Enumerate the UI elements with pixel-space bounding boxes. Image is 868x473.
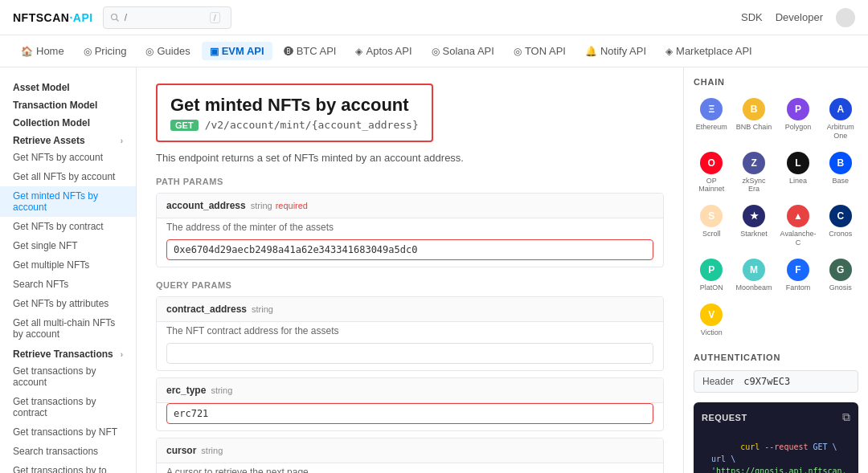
request-code: curl --request GET \ url \ 'https://gnos…: [702, 429, 850, 473]
sidebar-item-get-all-nfts-by-account[interactable]: Get all NFTs by account: [0, 167, 136, 186]
param-desc: The address of the minter of the assets: [157, 218, 663, 239]
sidebar-section-transaction-model: Transaction Model: [0, 95, 136, 112]
chain-symbol: S: [708, 210, 714, 222]
sidebar-item-get-multiple-nfts[interactable]: Get multiple NFTs: [0, 255, 136, 275]
endpoint-title-box: Get minted NFTs by account GET /v2/accou…: [156, 84, 433, 142]
sidebar-item-get-transactions-by-to-address[interactable]: Get transactions by to address: [0, 461, 136, 473]
erc-type-input[interactable]: [166, 403, 653, 424]
sidebar-item-get-transactions-by-nft[interactable]: Get transactions by NFT: [0, 422, 136, 442]
param-required: required: [276, 201, 308, 210]
chain-icon-avalanche-c: ▲: [787, 205, 809, 227]
main-content: Get minted NFTs by account GET /v2/accou…: [137, 67, 683, 473]
sidebar-item-get-minted-nfts-by-account[interactable]: Get minted NFTs by account: [0, 186, 136, 217]
nav-icon-home: 🏠: [21, 46, 33, 57]
sidebar-section-collection-model: Collection Model: [0, 112, 136, 130]
nav-item-ton-api[interactable]: ◎TON API: [506, 42, 574, 60]
param-input-row: [157, 239, 663, 267]
query-params-label: QUERY PARAMS: [156, 280, 664, 290]
chain-symbol: P: [795, 104, 801, 115]
chain-name-linea: Linea: [789, 177, 807, 186]
param-contract-type: string: [252, 304, 273, 314]
chain-item-fantom[interactable]: F Fantom: [779, 255, 818, 296]
chain-icon-polygon: P: [787, 98, 809, 120]
sidebar-item-get-nfts-by-contract[interactable]: Get NFTs by contract: [0, 217, 136, 236]
auth-type: Header: [702, 376, 734, 387]
chain-item-platon[interactable]: P PlatON: [694, 255, 730, 296]
param-contract-name: contract_address: [166, 304, 247, 315]
nav-item-home[interactable]: 🏠Home: [13, 42, 72, 60]
sidebar-item-search-transactions[interactable]: Search transactions: [0, 442, 136, 461]
sidebar-section-retrieve-transactions[interactable]: Retrieve Transactions›: [0, 344, 136, 361]
chain-item-op-mainnet[interactable]: O OP Mainnet: [694, 149, 730, 198]
chain-item-cronos[interactable]: C Cronos: [822, 202, 858, 251]
nav-item-solana-api[interactable]: ◎Solana API: [424, 42, 502, 60]
sidebar-item-get-all-multi-chain-nfts-by-account[interactable]: Get all multi-chain NFTs by account: [0, 313, 136, 344]
nav-icon-evm-api: ▣: [210, 46, 219, 57]
nav-label-btc-api: BTC API: [297, 45, 337, 57]
chain-item-polygon[interactable]: P Polygon: [779, 95, 818, 144]
chain-icon-fantom: F: [787, 259, 809, 281]
sidebar-item-get-nfts-by-attributes[interactable]: Get NFTs by attributes: [0, 294, 136, 313]
endpoint-url: /v2/account/mint/{account_address}: [205, 119, 419, 131]
chain-item-starknet[interactable]: ★ Starknet: [735, 202, 774, 251]
chain-symbol: M: [750, 264, 758, 275]
developer-link[interactable]: Developer: [776, 11, 823, 23]
chain-item-viction[interactable]: V Viction: [694, 300, 730, 340]
layout: Asset ModelTransaction ModelCollection M…: [0, 67, 868, 473]
chain-item-arbitrum-one[interactable]: A Arbitrum One: [822, 95, 858, 144]
sidebar-item-get-single-nft[interactable]: Get single NFT: [0, 236, 136, 255]
chain-item-base[interactable]: B Base: [822, 149, 858, 198]
nav-item-notify-api[interactable]: 🔔Notify API: [577, 42, 654, 60]
chain-symbol: B: [751, 104, 758, 115]
nav-item-marketplace-api[interactable]: ◈Marketplace API: [657, 42, 760, 60]
svg-line-1: [116, 18, 118, 21]
chain-name-starknet: Starknet: [740, 230, 768, 239]
path-params-label: PATH PARAMS: [156, 177, 664, 186]
sidebar-item-get-transactions-by-account[interactable]: Get transactions by account: [0, 361, 136, 392]
contract-address-input[interactable]: [166, 343, 653, 364]
sdk-link[interactable]: SDK: [741, 11, 763, 23]
chain-item-ethereum[interactable]: Ξ Ethereum: [694, 95, 730, 144]
search-bar[interactable]: /: [103, 6, 231, 29]
endpoint-path: GET /v2/account/mint/{account_address}: [170, 119, 419, 131]
nav-item-aptos-api[interactable]: ◈Aptos API: [347, 42, 420, 60]
chain-icon-zksync era: Z: [743, 152, 765, 174]
sidebar-section-retrieve-assets[interactable]: Retrieve Assets›: [0, 130, 136, 148]
nav-item-pricing[interactable]: ◎Pricing: [76, 42, 135, 60]
sidebar-item-get-transactions-by-contract[interactable]: Get transactions by contract: [0, 392, 136, 422]
sidebar: Asset ModelTransaction ModelCollection M…: [0, 67, 137, 473]
user-avatar[interactable]: [836, 8, 855, 27]
chevron-icon: ›: [121, 137, 123, 145]
chain-item-bnb-chain[interactable]: B BNB Chain: [735, 95, 774, 144]
chain-name-ethereum: Ethereum: [696, 123, 727, 132]
chain-icon-ethereum: Ξ: [700, 98, 723, 120]
chain-item-scroll[interactable]: S Scroll: [694, 202, 730, 251]
chain-item-moonbeam[interactable]: M Moonbeam: [735, 255, 774, 296]
sidebar-item-get-nfts-by-account[interactable]: Get NFTs by account: [0, 148, 136, 167]
search-input[interactable]: [125, 12, 205, 23]
nav-label-solana-api: Solana API: [443, 45, 494, 57]
chain-name-scroll: Scroll: [702, 230, 721, 239]
chain-grid: Ξ Ethereum B BNB Chain P Polygon A Arbit…: [694, 95, 858, 340]
chain-item-zksync-era[interactable]: Z zkSync Era: [735, 149, 774, 198]
account-address-input[interactable]: [166, 239, 653, 260]
param-erc-header: erc_type string: [157, 378, 663, 403]
logo-text: NFTSCAN·API: [13, 11, 93, 24]
nav-icon-guides: ◎: [145, 46, 154, 57]
chain-symbol: Z: [751, 157, 756, 169]
param-erc-type-label: string: [211, 385, 232, 395]
chain-item-linea[interactable]: L Linea: [779, 149, 818, 198]
chain-item-avalanche-c[interactable]: ▲ Avalanche-C: [779, 202, 818, 251]
nav-label-pricing: Pricing: [95, 45, 127, 57]
nav-item-evm-api[interactable]: ▣EVM API: [202, 42, 272, 60]
copy-icon[interactable]: ⧉: [842, 410, 850, 424]
chain-symbol: P: [708, 264, 714, 275]
topbar-right: SDK Developer: [741, 8, 855, 27]
chain-name-op mainnet: OP Mainnet: [695, 177, 728, 194]
nav-item-guides[interactable]: ◎Guides: [137, 42, 198, 60]
nav-item-btc-api[interactable]: 🅑BTC API: [276, 42, 345, 60]
chain-symbol: ▲: [793, 210, 803, 222]
chain-item-gnosis[interactable]: G Gnosis: [822, 255, 858, 296]
sidebar-item-search-nfts[interactable]: Search NFTs: [0, 275, 136, 294]
query-params-section: QUERY PARAMS contract_address string The…: [156, 280, 664, 473]
